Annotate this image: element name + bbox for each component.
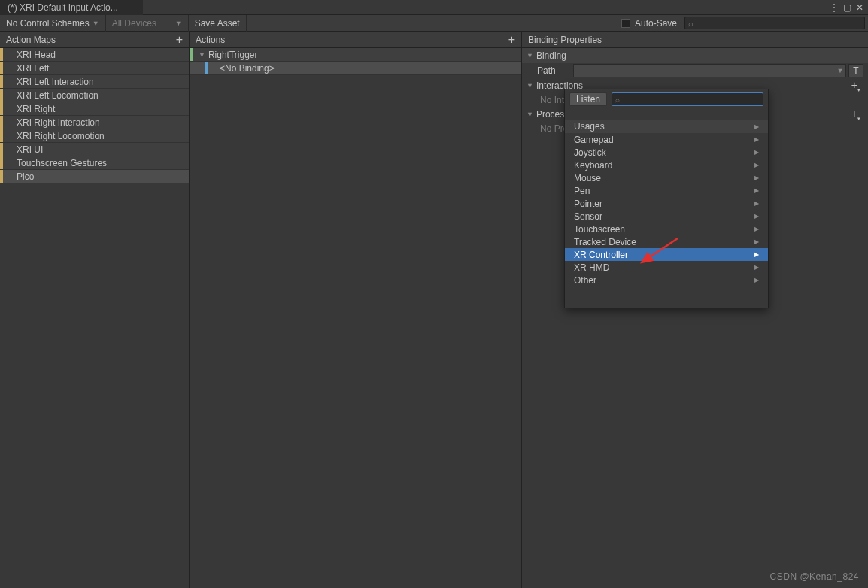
search-icon: ⌕ [615, 95, 620, 104]
chevron-right-icon: ▶ [754, 213, 759, 220]
actions-list: ▼ RightTrigger <No Binding> [190, 48, 521, 588]
action-map-item[interactable]: XRI Head [0, 48, 189, 62]
watermark: CSDN @Kenan_824 [770, 571, 859, 582]
listen-label: Listen [576, 94, 600, 105]
dropdown-category-usages[interactable]: Usages ▶ [565, 120, 768, 133]
add-processor-button[interactable]: +▾ [851, 108, 863, 122]
action-map-label: XRI Left [3, 63, 49, 74]
add-action-map-button[interactable]: + [176, 34, 183, 46]
chevron-down-icon: ▼ [93, 20, 99, 27]
search-icon: ⌕ [688, 19, 693, 28]
action-map-item[interactable]: XRI Left Interaction [0, 75, 189, 89]
action-map-item[interactable]: XRI Left [0, 62, 189, 75]
dropdown-category-label: Usages [574, 121, 605, 132]
path-row: Path ▼ T [522, 63, 868, 78]
action-map-item[interactable]: XRI Right Interaction [0, 116, 189, 129]
dropdown-item-label: Pointer [574, 199, 602, 209]
chevron-right-icon: ▶ [754, 264, 759, 271]
action-maps-list: XRI HeadXRI LeftXRI Left InteractionXRI … [0, 48, 189, 588]
dropdown-item[interactable]: Pointer▶ [565, 197, 768, 210]
devices-dropdown[interactable]: All Devices ▼ [106, 15, 189, 32]
chevron-right-icon: ▶ [754, 238, 759, 245]
actions-title: Actions [196, 35, 225, 45]
toolbar-search[interactable]: ⌕ [684, 17, 865, 29]
dropdown-item[interactable]: Keyboard▶ [565, 159, 768, 171]
dropdown-item[interactable]: Joystick▶ [565, 146, 768, 159]
dropdown-item[interactable]: Gamepad▶ [565, 133, 768, 146]
dropdown-item[interactable]: Touchscreen▶ [565, 223, 768, 235]
dropdown-item[interactable]: Mouse▶ [565, 171, 768, 184]
action-map-item[interactable]: Pico [0, 170, 189, 183]
action-map-item[interactable]: XRI Left Locomotion [0, 89, 189, 102]
menu-icon[interactable]: ⋮ [830, 2, 839, 13]
auto-save-toggle[interactable]: Auto-Save [614, 18, 684, 29]
dropdown-item-label: XR Controller [574, 250, 628, 260]
foldout-icon: ▼ [527, 82, 533, 89]
action-item[interactable]: ▼ RightTrigger [190, 48, 521, 62]
chevron-down-icon: ▼ [835, 67, 845, 74]
path-dropdown[interactable]: ▼ [573, 64, 846, 77]
auto-save-label: Auto-Save [635, 18, 677, 29]
action-map-item[interactable]: XRI UI [0, 143, 189, 156]
dropdown-item-label: Pen [574, 186, 590, 196]
path-picker-dropdown: Listen ⌕ Usages ▶ Gamepad▶Joystick▶Keybo… [564, 89, 769, 308]
action-map-label: XRI Head [3, 50, 56, 60]
control-schemes-dropdown[interactable]: No Control Schemes ▼ [0, 15, 106, 32]
chevron-right-icon: ▶ [754, 251, 759, 258]
binding-properties-header: Binding Properties [522, 32, 868, 48]
action-maps-panel: Action Maps + XRI HeadXRI LeftXRI Left I… [0, 32, 190, 588]
action-map-label: XRI Right [3, 104, 55, 114]
binding-section-header[interactable]: ▼ Binding [522, 48, 868, 63]
control-schemes-label: No Control Schemes [6, 18, 90, 29]
actions-panel: Actions + ▼ RightTrigger <No Binding> [190, 32, 522, 588]
checkbox-icon[interactable] [621, 19, 630, 28]
chevron-down-icon: ▼ [175, 20, 182, 27]
chevron-right-icon: ▶ [754, 277, 759, 283]
dropdown-item[interactable]: Sensor▶ [565, 210, 768, 223]
dropdown-search-input[interactable] [622, 94, 760, 105]
t-button-label: T [853, 65, 858, 76]
chevron-right-icon: ▶ [754, 123, 759, 130]
window-titlebar: (*) XRI Default Input Actio... ⋮ ▢ ✕ [0, 0, 868, 15]
dropdown-item-label: Tracked Device [574, 237, 636, 247]
action-map-item[interactable]: Touchscreen Gestures [0, 156, 189, 170]
action-map-label: Touchscreen Gestures [3, 158, 107, 168]
binding-properties-title: Binding Properties [528, 35, 602, 45]
dropdown-item-label: Other [574, 275, 596, 286]
t-button[interactable]: T [848, 64, 863, 77]
binding-color-bar [205, 62, 208, 74]
save-asset-button[interactable]: Save Asset [189, 15, 247, 32]
chevron-right-icon: ▶ [754, 226, 759, 232]
dropdown-item[interactable]: Tracked Device▶ [565, 235, 768, 248]
action-map-label: XRI Right Locomotion [3, 131, 105, 141]
dropdown-item[interactable]: XR Controller▶ [565, 248, 768, 261]
chevron-right-icon: ▶ [754, 149, 759, 156]
dropdown-search[interactable]: ⌕ [612, 92, 763, 106]
action-map-item[interactable]: XRI Right [0, 102, 189, 116]
dropdown-item[interactable]: Other▶ [565, 274, 768, 286]
close-icon[interactable]: ✕ [856, 2, 863, 13]
action-map-label: Pico [3, 171, 34, 182]
action-map-label: XRI Left Interaction [3, 77, 94, 87]
window-tab[interactable]: (*) XRI Default Input Actio... [0, 0, 143, 15]
toolbar: No Control Schemes ▼ All Devices ▼ Save … [0, 15, 868, 32]
listen-button[interactable]: Listen [569, 92, 607, 106]
binding-item[interactable]: <No Binding> [190, 62, 521, 75]
binding-label: <No Binding> [214, 63, 275, 74]
action-maps-title: Action Maps [6, 35, 56, 45]
add-interaction-button[interactable]: +▾ [851, 79, 863, 93]
dropdown-item[interactable]: XR HMD▶ [565, 261, 768, 274]
dropdown-item[interactable]: Pen▶ [565, 184, 768, 197]
dropdown-item-label: Sensor [574, 211, 602, 222]
dropdown-search-row: Listen ⌕ [565, 89, 768, 109]
chevron-right-icon: ▶ [754, 187, 759, 194]
foldout-icon[interactable]: ▼ [199, 51, 205, 59]
chevron-right-icon: ▶ [754, 174, 759, 181]
action-map-item[interactable]: XRI Right Locomotion [0, 129, 189, 143]
add-action-button[interactable]: + [508, 34, 515, 46]
window-controls: ⋮ ▢ ✕ [830, 2, 868, 13]
chevron-right-icon: ▶ [754, 162, 759, 168]
actions-header: Actions + [190, 32, 521, 48]
dropdown-item-label: Gamepad [574, 135, 614, 145]
maximize-icon[interactable]: ▢ [843, 2, 851, 13]
